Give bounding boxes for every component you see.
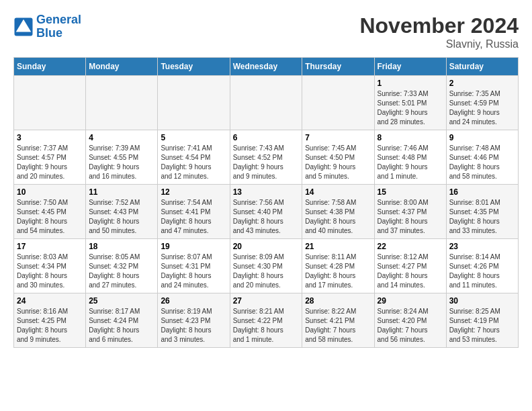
day-info: Sunrise: 8:19 AM Sunset: 4:23 PM Dayligh… [161, 307, 226, 345]
calendar-cell: 18Sunrise: 8:05 AM Sunset: 4:32 PM Dayli… [86, 239, 158, 293]
day-info: Sunrise: 8:12 AM Sunset: 4:27 PM Dayligh… [378, 253, 443, 290]
weekday-header-wednesday: Wednesday [230, 58, 302, 76]
calendar-cell: 26Sunrise: 8:19 AM Sunset: 4:23 PM Dayli… [158, 293, 230, 348]
calendar-cell: 16Sunrise: 8:01 AM Sunset: 4:35 PM Dayli… [446, 185, 518, 239]
day-info: Sunrise: 8:17 AM Sunset: 4:24 PM Dayligh… [89, 307, 154, 345]
day-number: 30 [449, 296, 515, 306]
calendar-cell: 10Sunrise: 7:50 AM Sunset: 4:45 PM Dayli… [14, 185, 86, 239]
day-number: 23 [449, 242, 515, 251]
day-number: 21 [305, 242, 371, 251]
day-number: 27 [233, 296, 300, 306]
title-block: November 2024 Slavniy, Russia [359, 13, 519, 50]
calendar-cell: 15Sunrise: 8:00 AM Sunset: 4:37 PM Dayli… [374, 185, 446, 239]
day-number: 11 [89, 187, 154, 197]
day-info: Sunrise: 8:03 AM Sunset: 4:34 PM Dayligh… [17, 253, 83, 290]
calendar-cell: 23Sunrise: 8:14 AM Sunset: 4:26 PM Dayli… [446, 239, 518, 293]
logo-text: General Blue [36, 13, 81, 40]
day-info: Sunrise: 7:46 AM Sunset: 4:48 PM Dayligh… [378, 144, 443, 181]
day-info: Sunrise: 8:01 AM Sunset: 4:35 PM Dayligh… [449, 198, 515, 236]
calendar-cell: 20Sunrise: 8:09 AM Sunset: 4:30 PM Dayli… [230, 239, 302, 293]
day-info: Sunrise: 8:24 AM Sunset: 4:20 PM Dayligh… [378, 307, 443, 345]
calendar-week-3: 10Sunrise: 7:50 AM Sunset: 4:45 PM Dayli… [14, 185, 519, 239]
day-number: 7 [305, 133, 371, 142]
calendar-cell [158, 76, 230, 130]
day-number: 2 [449, 79, 515, 88]
day-number: 24 [17, 296, 83, 306]
day-number: 9 [449, 133, 515, 142]
weekday-header-thursday: Thursday [302, 58, 374, 76]
day-number: 19 [161, 242, 226, 251]
weekday-header-monday: Monday [86, 58, 158, 76]
calendar-cell: 8Sunrise: 7:46 AM Sunset: 4:48 PM Daylig… [374, 130, 446, 185]
day-info: Sunrise: 7:56 AM Sunset: 4:40 PM Dayligh… [233, 198, 300, 236]
calendar-cell: 29Sunrise: 8:24 AM Sunset: 4:20 PM Dayli… [374, 293, 446, 348]
day-info: Sunrise: 8:25 AM Sunset: 4:19 PM Dayligh… [449, 307, 515, 345]
day-number: 29 [378, 296, 443, 306]
calendar-cell: 19Sunrise: 8:07 AM Sunset: 4:31 PM Dayli… [158, 239, 230, 293]
day-number: 5 [161, 133, 226, 142]
calendar-cell: 3Sunrise: 7:37 AM Sunset: 4:57 PM Daylig… [14, 130, 86, 185]
weekday-header-tuesday: Tuesday [158, 58, 230, 76]
calendar-table: SundayMondayTuesdayWednesdayThursdayFrid… [13, 57, 519, 348]
calendar-cell: 9Sunrise: 7:48 AM Sunset: 4:46 PM Daylig… [446, 130, 518, 185]
calendar-cell [86, 76, 158, 130]
calendar-cell: 13Sunrise: 7:56 AM Sunset: 4:40 PM Dayli… [230, 185, 302, 239]
weekday-header-sunday: Sunday [14, 58, 86, 76]
day-info: Sunrise: 8:21 AM Sunset: 4:22 PM Dayligh… [233, 307, 300, 345]
calendar-body: 1Sunrise: 7:33 AM Sunset: 5:01 PM Daylig… [14, 76, 519, 348]
day-info: Sunrise: 7:58 AM Sunset: 4:38 PM Dayligh… [305, 198, 371, 236]
calendar-week-1: 1Sunrise: 7:33 AM Sunset: 5:01 PM Daylig… [14, 76, 519, 130]
calendar-cell: 30Sunrise: 8:25 AM Sunset: 4:19 PM Dayli… [446, 293, 518, 348]
day-number: 16 [449, 187, 515, 197]
day-number: 17 [17, 242, 83, 251]
day-info: Sunrise: 7:33 AM Sunset: 5:01 PM Dayligh… [378, 89, 443, 127]
day-info: Sunrise: 8:14 AM Sunset: 4:26 PM Dayligh… [449, 253, 515, 290]
day-info: Sunrise: 7:41 AM Sunset: 4:54 PM Dayligh… [161, 144, 226, 181]
location: Slavniy, Russia [359, 38, 519, 50]
day-info: Sunrise: 7:50 AM Sunset: 4:45 PM Dayligh… [17, 198, 83, 236]
calendar-cell: 7Sunrise: 7:45 AM Sunset: 4:50 PM Daylig… [302, 130, 374, 185]
day-number: 13 [233, 187, 300, 197]
day-number: 25 [89, 296, 154, 306]
day-info: Sunrise: 8:00 AM Sunset: 4:37 PM Dayligh… [378, 198, 443, 236]
calendar-cell: 4Sunrise: 7:39 AM Sunset: 4:55 PM Daylig… [86, 130, 158, 185]
day-info: Sunrise: 8:11 AM Sunset: 4:28 PM Dayligh… [305, 253, 371, 290]
day-info: Sunrise: 7:37 AM Sunset: 4:57 PM Dayligh… [17, 144, 83, 181]
day-info: Sunrise: 8:09 AM Sunset: 4:30 PM Dayligh… [233, 253, 300, 290]
day-number: 6 [233, 133, 300, 142]
calendar-cell: 1Sunrise: 7:33 AM Sunset: 5:01 PM Daylig… [374, 76, 446, 130]
calendar-cell: 12Sunrise: 7:54 AM Sunset: 4:41 PM Dayli… [158, 185, 230, 239]
calendar-week-4: 17Sunrise: 8:03 AM Sunset: 4:34 PM Dayli… [14, 239, 519, 293]
day-number: 15 [378, 187, 443, 197]
day-info: Sunrise: 7:35 AM Sunset: 4:59 PM Dayligh… [449, 89, 515, 127]
day-info: Sunrise: 8:16 AM Sunset: 4:25 PM Dayligh… [17, 307, 83, 345]
calendar-week-5: 24Sunrise: 8:16 AM Sunset: 4:25 PM Dayli… [14, 293, 519, 348]
day-number: 18 [89, 242, 154, 251]
calendar-cell: 24Sunrise: 8:16 AM Sunset: 4:25 PM Dayli… [14, 293, 86, 348]
logo: General Blue [13, 13, 81, 40]
day-number: 10 [17, 187, 83, 197]
logo-line2: Blue [36, 26, 62, 40]
month-title: November 2024 [359, 13, 519, 38]
calendar-week-2: 3Sunrise: 7:37 AM Sunset: 4:57 PM Daylig… [14, 130, 519, 185]
day-number: 22 [378, 242, 443, 251]
day-info: Sunrise: 8:22 AM Sunset: 4:21 PM Dayligh… [305, 307, 371, 345]
calendar-cell: 22Sunrise: 8:12 AM Sunset: 4:27 PM Dayli… [374, 239, 446, 293]
day-number: 14 [305, 187, 371, 197]
calendar-cell: 2Sunrise: 7:35 AM Sunset: 4:59 PM Daylig… [446, 76, 518, 130]
calendar-cell: 17Sunrise: 8:03 AM Sunset: 4:34 PM Dayli… [14, 239, 86, 293]
day-info: Sunrise: 8:07 AM Sunset: 4:31 PM Dayligh… [161, 253, 226, 290]
logo-line1: General [36, 13, 81, 26]
calendar-cell: 5Sunrise: 7:41 AM Sunset: 4:54 PM Daylig… [158, 130, 230, 185]
day-info: Sunrise: 7:39 AM Sunset: 4:55 PM Dayligh… [89, 144, 154, 181]
logo-icon [13, 17, 34, 37]
calendar-cell [14, 76, 86, 130]
day-info: Sunrise: 7:52 AM Sunset: 4:43 PM Dayligh… [89, 198, 154, 236]
calendar-header: SundayMondayTuesdayWednesdayThursdayFrid… [14, 58, 519, 76]
calendar-cell: 6Sunrise: 7:43 AM Sunset: 4:52 PM Daylig… [230, 130, 302, 185]
weekday-header-row: SundayMondayTuesdayWednesdayThursdayFrid… [14, 58, 519, 76]
calendar-cell: 14Sunrise: 7:58 AM Sunset: 4:38 PM Dayli… [302, 185, 374, 239]
day-number: 4 [89, 133, 154, 142]
day-number: 12 [161, 187, 226, 197]
day-number: 8 [378, 133, 443, 142]
